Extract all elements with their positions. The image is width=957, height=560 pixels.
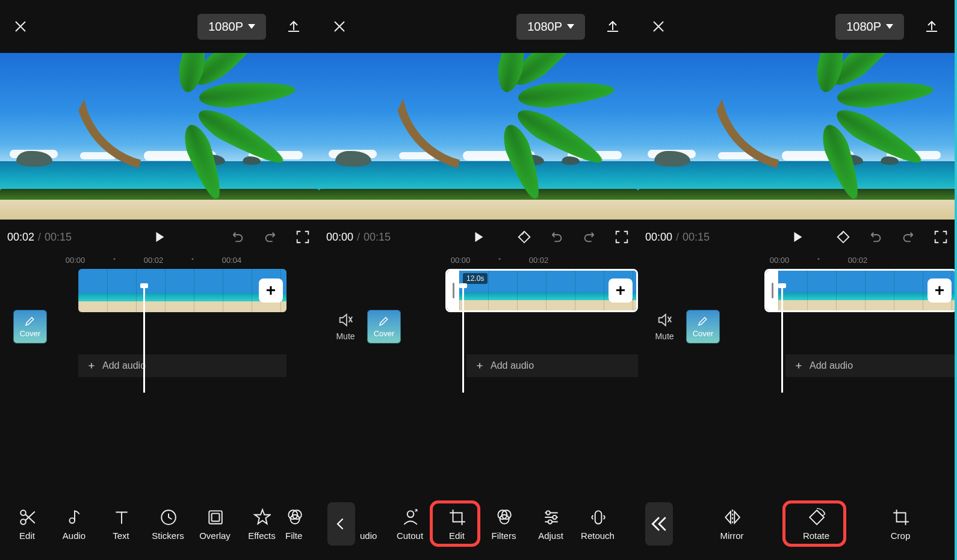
export-button[interactable] <box>918 13 945 40</box>
timeline[interactable]: MuteCover+Add audio <box>638 269 957 401</box>
ruler-tick: 00:04 <box>222 256 242 265</box>
close-button[interactable] <box>326 13 353 40</box>
video-preview[interactable] <box>319 53 638 220</box>
tool-edit[interactable]: Edit <box>4 508 51 541</box>
playback-bar: 00:00/00:15 <box>319 220 638 254</box>
timeline-ruler[interactable]: 00:0000:02 <box>638 254 957 269</box>
resolution-dropdown[interactable]: 1080P <box>197 14 266 40</box>
tool-audio2[interactable]: udio <box>360 508 386 541</box>
undo-button[interactable] <box>866 227 886 247</box>
resolution-dropdown[interactable]: 1080P <box>516 14 585 40</box>
tool-cutout[interactable]: Cutout <box>386 508 433 541</box>
tool-adjust[interactable]: Adjust <box>527 508 574 541</box>
tool-label: udio <box>360 531 377 541</box>
tool-crop[interactable]: Crop <box>870 508 931 541</box>
playhead[interactable] <box>143 287 145 393</box>
clip-handle-left[interactable] <box>766 271 778 310</box>
play-button[interactable] <box>149 227 170 247</box>
video-preview[interactable] <box>638 53 957 220</box>
time-display: 00:00/00:15 <box>645 231 710 244</box>
bottom-toolbar: EditAudioTextStickersOverlayEffectsFilte <box>0 488 319 560</box>
cover-button[interactable]: Cover <box>686 310 720 343</box>
ruler-tick: 00:00 <box>770 256 790 265</box>
time-total: 00:15 <box>683 231 710 244</box>
time-current: 00:00 <box>326 231 353 244</box>
timeline[interactable]: Cover+Add audio <box>0 269 319 401</box>
cover-button[interactable]: Cover <box>13 310 47 343</box>
playback-bar: 00:00/00:15 <box>638 220 957 254</box>
time-total: 00:15 <box>45 231 72 244</box>
timeline-ruler[interactable]: 00:0000:02 <box>319 254 638 269</box>
video-clip[interactable]: 12.0s+ <box>445 269 638 312</box>
clip-handle-left[interactable] <box>447 271 459 310</box>
mute-button[interactable]: Mute <box>648 312 681 341</box>
timeline[interactable]: MuteCover12.0s+Add audio <box>319 269 638 401</box>
undo-button[interactable] <box>547 227 567 247</box>
add-clip-button[interactable]: + <box>928 278 952 303</box>
resolution-label: 1080P <box>208 20 243 34</box>
ruler-tick: 00:02 <box>529 256 549 265</box>
export-button[interactable] <box>599 13 626 40</box>
tool-label: Adjust <box>538 531 563 541</box>
video-clip[interactable]: + <box>764 269 957 312</box>
redo-button[interactable] <box>898 227 918 247</box>
close-button[interactable] <box>645 13 672 40</box>
fullscreen-button[interactable] <box>293 227 313 247</box>
add-audio-button[interactable]: Add audio <box>466 354 638 377</box>
top-bar: 1080P <box>638 0 957 53</box>
back-button[interactable] <box>327 502 355 546</box>
tool-stickers[interactable]: Stickers <box>144 508 191 541</box>
tool-text[interactable]: Text <box>98 508 144 541</box>
svg-rect-4 <box>212 513 220 521</box>
playhead[interactable] <box>781 287 783 393</box>
resolution-dropdown[interactable]: 1080P <box>835 14 904 40</box>
mute-button[interactable]: Mute <box>329 312 362 341</box>
keyframe-button[interactable] <box>833 227 853 247</box>
play-button[interactable] <box>468 227 489 247</box>
tool-label: Cutout <box>397 531 423 541</box>
fullscreen-button[interactable] <box>612 227 632 247</box>
tool-overlay[interactable]: Overlay <box>191 508 238 541</box>
window-edge <box>955 0 957 560</box>
undo-button[interactable] <box>228 227 248 247</box>
tool-rotate[interactable]: Rotate <box>786 508 846 541</box>
add-clip-button[interactable]: + <box>259 278 283 303</box>
add-audio-label: Add audio <box>491 360 534 371</box>
tool-edit2[interactable]: Edit <box>433 508 480 541</box>
export-button[interactable] <box>280 13 307 40</box>
play-button[interactable] <box>787 227 808 247</box>
tool-filters2[interactable]: Filters <box>480 508 527 541</box>
ruler-tick: 00:02 <box>848 256 868 265</box>
tool-retouch[interactable]: Retouch <box>574 508 621 541</box>
playhead[interactable] <box>462 287 464 393</box>
add-audio-button[interactable]: Add audio <box>785 354 957 377</box>
resolution-label: 1080P <box>846 20 881 34</box>
timeline-ruler[interactable]: 00:0000:0200:04 <box>0 254 319 269</box>
close-button[interactable] <box>7 13 34 40</box>
redo-button[interactable] <box>260 227 280 247</box>
svg-point-13 <box>553 515 556 518</box>
editor-panel: 1080P00:00/00:1500:0000:02MuteCover+Add … <box>638 0 957 560</box>
fullscreen-button[interactable] <box>931 227 951 247</box>
back-button[interactable] <box>645 502 673 546</box>
video-clip[interactable]: + <box>78 269 286 312</box>
tool-label: Overlay <box>199 531 231 541</box>
keyframe-button[interactable] <box>514 227 534 247</box>
video-preview[interactable] <box>0 53 319 220</box>
bottom-toolbar: udioCutoutEditFiltersAdjustRetouch <box>319 488 638 560</box>
add-clip-button[interactable]: + <box>609 278 633 303</box>
tool-filters[interactable]: Filte <box>285 508 309 541</box>
add-audio-button[interactable]: Add audio <box>78 354 286 377</box>
tool-label: Audio <box>63 531 85 541</box>
cover-button[interactable]: Cover <box>367 310 401 343</box>
tool-audio[interactable]: Audio <box>51 508 98 541</box>
redo-button[interactable] <box>579 227 599 247</box>
tool-label: Stickers <box>152 531 184 541</box>
resolution-label: 1080P <box>527 20 562 34</box>
tool-effects[interactable]: Effects <box>238 508 285 541</box>
cover-label: Cover <box>693 329 714 338</box>
bottom-toolbar: MirrorRotateCrop <box>638 488 957 560</box>
tool-mirror[interactable]: Mirror <box>702 508 762 541</box>
chevron-down-icon <box>248 24 255 29</box>
svg-rect-3 <box>209 511 221 523</box>
